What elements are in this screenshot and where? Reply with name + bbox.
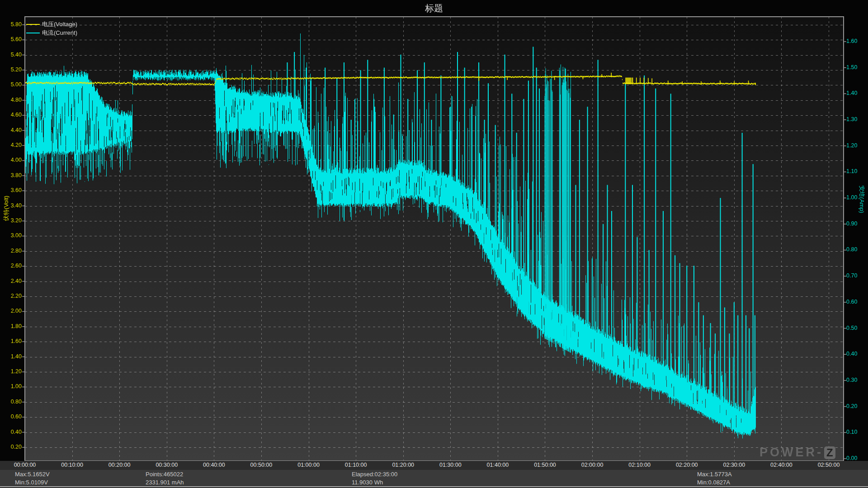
- status-elapsed: Elapsed:02:35:00: [352, 470, 397, 478]
- right-axis-tick-label: 1.60: [846, 38, 867, 44]
- left-axis-tick-label: 5.00: [1, 81, 22, 88]
- right-axis-tick-label: 0.20: [846, 403, 867, 409]
- left-axis-tick-label: 2.80: [1, 248, 22, 254]
- left-axis-tick-label: 0.40: [1, 429, 22, 435]
- x-axis-tick-label: 01:30:00: [432, 462, 468, 468]
- right-axis-tick-label: 0.60: [846, 299, 867, 305]
- status-voltage-max: Max:5.1652V: [15, 470, 50, 478]
- status-current-min: Min:0.0827A: [697, 479, 730, 486]
- left-axis-tick-label: 4.60: [1, 112, 22, 118]
- chart-plot-canvas[interactable]: [0, 0, 868, 488]
- left-axis-tick-label: 1.80: [1, 323, 22, 329]
- x-axis-tick-label: 01:00:00: [291, 462, 327, 468]
- current-legend-line-icon: [26, 33, 40, 33]
- left-axis-tick-label: 3.60: [1, 187, 22, 193]
- x-axis-tick-label: 02:50:00: [811, 462, 847, 468]
- x-axis-tick-label: 02:30:00: [716, 462, 752, 468]
- status-bar: [0, 470, 868, 486]
- right-axis-tick-label: 1.10: [846, 168, 867, 174]
- left-axis-tick-label: 5.40: [1, 52, 22, 58]
- left-axis-tick-label: 1.40: [1, 353, 22, 360]
- left-axis-tick-label: 5.20: [1, 66, 22, 73]
- left-axis-tick-label: 4.00: [1, 157, 22, 163]
- right-axis-tick-label: 1.20: [846, 142, 867, 149]
- left-axis-tick-label: 2.20: [1, 293, 22, 299]
- right-axis-tick-label: 0.90: [846, 221, 867, 227]
- legend-item-current[interactable]: 电流(Current): [26, 30, 77, 36]
- status-points: Points:465022: [146, 470, 183, 478]
- right-axis-tick-label: 0.10: [846, 429, 867, 435]
- left-axis-tick-label: 3.00: [1, 232, 22, 239]
- x-axis-tick-label: 00:20:00: [101, 462, 137, 468]
- x-axis-tick-label: 01:50:00: [527, 462, 563, 468]
- right-axis-tick-label: 0.80: [846, 246, 867, 253]
- left-axis-tick-label: 2.40: [1, 278, 22, 284]
- left-axis-tick-label: 0.60: [1, 413, 22, 420]
- legend-voltage-label: 电压(Voltage): [42, 20, 77, 28]
- x-axis-tick-label: 02:20:00: [669, 462, 705, 468]
- voltage-legend-line-icon: [26, 24, 40, 25]
- powerz-logo: POWER-Z: [760, 446, 835, 460]
- x-axis-tick-label: 00:00:00: [7, 462, 43, 468]
- left-axis-tick-label: 5.80: [1, 21, 22, 28]
- left-axis-tick-label: 4.40: [1, 127, 22, 133]
- left-axis-tick-label: 1.20: [1, 368, 22, 375]
- status-current-max: Max:1.5773A: [697, 470, 732, 478]
- x-axis-tick-label: 01:20:00: [385, 462, 421, 468]
- left-axis-tick-label: 4.80: [1, 97, 22, 103]
- x-axis-tick-label: 02:10:00: [622, 462, 658, 468]
- left-axis-tick-label: 5.60: [1, 36, 22, 42]
- x-axis-tick-label: 00:50:00: [243, 462, 279, 468]
- x-axis-tick-label: 02:00:00: [574, 462, 610, 468]
- left-axis-tick-label: 0.20: [1, 444, 22, 450]
- right-axis-tick-label: 0.40: [846, 351, 867, 357]
- status-energy: 11.9030 Wh: [352, 479, 383, 486]
- x-axis-tick-label: 01:40:00: [480, 462, 516, 468]
- right-axis-tick-label: 0.30: [846, 377, 867, 383]
- x-axis-tick-label: 01:10:00: [338, 462, 374, 468]
- left-axis-tick-label: 2.00: [1, 308, 22, 314]
- x-axis-tick-label: 00:30:00: [149, 462, 185, 468]
- left-axis-tick-label: 3.80: [1, 172, 22, 178]
- x-axis-tick-label: 00:40:00: [196, 462, 232, 468]
- chart-title: 标题: [0, 2, 868, 14]
- powerz-chart-window: 标题 电压(Voltage) 电流(Current) 伏特(Volt) 安培(A…: [0, 0, 868, 488]
- right-axis-tick-label: 0.50: [846, 325, 867, 331]
- right-axis-tick-label: 1.00: [846, 194, 867, 201]
- x-axis-tick-label: 00:10:00: [54, 462, 90, 468]
- x-axis-tick-label: 02:40:00: [763, 462, 799, 468]
- right-axis-tick-label: 1.40: [846, 90, 867, 96]
- status-capacity: 2331.901 mAh: [146, 479, 184, 486]
- left-axis-tick-label: 1.60: [1, 338, 22, 344]
- legend-current-label: 电流(Current): [42, 29, 77, 37]
- status-voltage-min: Min:5.0109V: [15, 479, 48, 486]
- right-axis-tick-label: 0.70: [846, 272, 867, 279]
- left-axis-tick-label: 2.60: [1, 263, 22, 269]
- powerz-logo-text: POWER-: [760, 446, 823, 460]
- left-axis-tick-label: 3.40: [1, 202, 22, 209]
- legend-item-voltage[interactable]: 电压(Voltage): [26, 21, 77, 28]
- left-axis-tick-label: 3.20: [1, 217, 22, 224]
- right-axis-tick-label: 1.50: [846, 64, 867, 70]
- right-axis-tick-label: 1.30: [846, 116, 867, 122]
- right-axis-tick-label: 0.00: [846, 455, 867, 461]
- left-axis-tick-label: 1.00: [1, 383, 22, 389]
- left-axis-tick-label: 0.80: [1, 399, 22, 405]
- powerz-logo-z-icon: Z: [824, 446, 835, 459]
- left-axis-tick-label: 4.20: [1, 142, 22, 148]
